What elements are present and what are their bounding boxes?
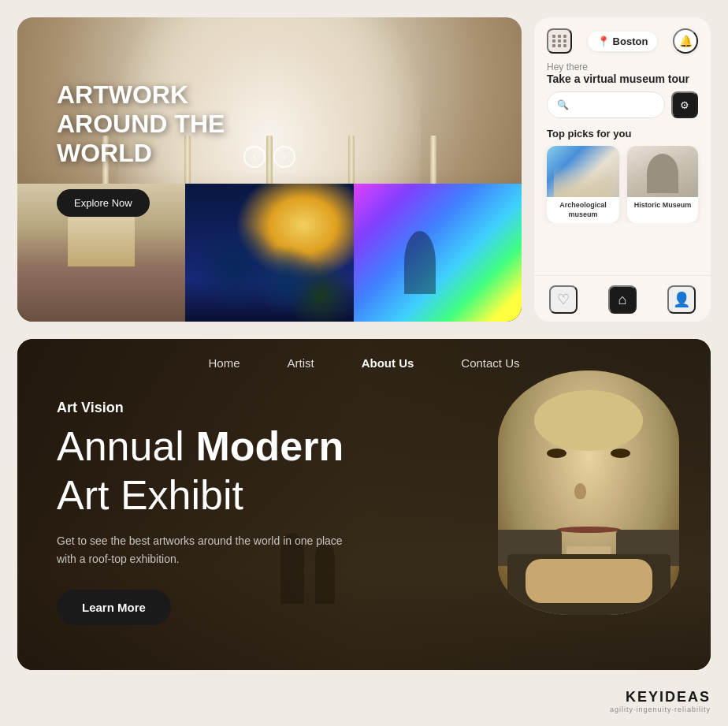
description-text: Get to see the best artworks around the …: [57, 532, 356, 568]
brand-name: KEYIDEAS: [626, 689, 711, 706]
top-picks-label: Top picks for you: [534, 128, 711, 146]
nav-home-button[interactable]: ⌂: [608, 285, 637, 314]
grid-dot: [563, 35, 566, 38]
learn-more-button[interactable]: Learn More: [57, 590, 171, 625]
location-pill[interactable]: 📍 Boston: [588, 32, 658, 51]
website-section: Home Artist About Us Contact Us Art Visi…: [17, 339, 711, 670]
app-header: 📍 Boston 🔔: [534, 17, 711, 61]
notification-button[interactable]: 🔔: [673, 28, 698, 54]
nav-link-home[interactable]: Home: [208, 356, 240, 370]
headline-text-art: Art: [57, 472, 109, 518]
app-panel: 📍 Boston 🔔 Hey there Take a virtual muse…: [534, 17, 711, 322]
app-greeting: Hey there Take a virtual museum tour: [534, 61, 711, 91]
nav-link-about[interactable]: About Us: [362, 356, 414, 370]
person-icon: 👤: [673, 291, 690, 308]
app-bottom-nav: ♡ ⌂ 👤: [534, 275, 711, 322]
heart-icon: ♡: [557, 291, 570, 308]
top-section: ARTWORK AROUND THE WORLD Explore Now ‹ ›: [0, 0, 728, 339]
slider-title: ARTWORK AROUND THE WORLD: [57, 80, 225, 167]
pick-card-img-archaeological: [547, 146, 619, 197]
app-header-left: [547, 28, 572, 54]
greeting-hey: Hey there: [547, 61, 698, 73]
grid-dot: [552, 35, 555, 38]
explore-button[interactable]: Explore Now: [57, 189, 150, 217]
headline-line2: Art Exhibit: [57, 473, 671, 518]
pick-card-label-archaeological: Archeological museum: [547, 197, 619, 223]
filter-icon: ⚙: [680, 99, 689, 111]
grid-menu-button[interactable]: [547, 28, 572, 54]
nav-link-contact[interactable]: Contact Us: [461, 356, 519, 370]
carousel-next-button[interactable]: ›: [273, 146, 295, 168]
bell-icon: 🔔: [679, 35, 693, 47]
nav-link-artist[interactable]: Artist: [287, 356, 314, 370]
website-nav: Home Artist About Us Contact Us: [17, 339, 711, 384]
picks-row: Archeological museum Historic Museum: [534, 146, 711, 223]
headline-text-annual: Annual: [57, 423, 195, 469]
headline-line1: Annual Modern: [57, 424, 671, 469]
nav-favorites-button[interactable]: ♡: [549, 285, 578, 314]
pick-card-archaeological[interactable]: Archeological museum: [547, 146, 619, 223]
brand-tagline: agility·ingenuity·reliability: [610, 706, 711, 713]
grid-dot: [563, 39, 566, 43]
slider-text-block: ARTWORK AROUND THE WORLD Explore Now: [57, 80, 225, 217]
pick-card-label-historic: Historic Museum: [627, 197, 698, 214]
location-label: Boston: [613, 35, 648, 47]
website-content: Art Vision Annual Modern Art Exhibit Get…: [17, 384, 711, 641]
grid-dot: [552, 39, 555, 43]
grid-icon: [552, 35, 567, 47]
grid-dot: [552, 44, 555, 47]
museum-slider: ARTWORK AROUND THE WORLD Explore Now ‹ ›: [17, 17, 522, 322]
search-box[interactable]: 🔍: [547, 91, 665, 118]
greeting-subtitle: Take a virtual museum tour: [547, 73, 698, 85]
grid-dot: [558, 44, 561, 47]
carousel-controls: ‹ ›: [243, 146, 295, 168]
carousel-prev-button[interactable]: ‹: [243, 146, 266, 168]
grid-dot: [558, 39, 561, 43]
thumbnail-colorful-art[interactable]: [354, 184, 522, 322]
grid-dot: [558, 35, 561, 38]
pick-card-historic[interactable]: Historic Museum: [627, 146, 698, 223]
headline-text-modern: Modern: [195, 423, 344, 469]
search-icon: 🔍: [557, 99, 569, 110]
grid-dot: [563, 44, 566, 47]
location-icon: 📍: [597, 35, 610, 47]
pick-card-img-historic: [627, 146, 698, 197]
headline-text-exhibit: Exhibit: [109, 472, 243, 518]
nav-profile-button[interactable]: 👤: [667, 285, 696, 314]
colorful-art-img: [354, 184, 522, 322]
filter-button[interactable]: ⚙: [671, 91, 698, 118]
home-icon: ⌂: [618, 292, 627, 308]
art-vision-label: Art Vision: [57, 400, 671, 416]
search-row: 🔍 ⚙: [534, 91, 711, 128]
branding: KEYIDEAS agility·ingenuity·reliability: [610, 689, 711, 713]
